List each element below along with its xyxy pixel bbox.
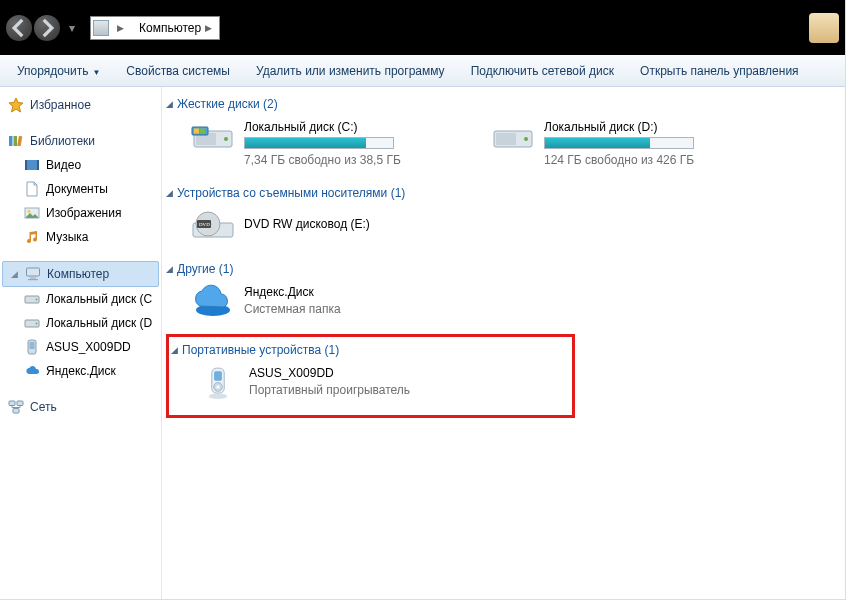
capacity-bar bbox=[244, 137, 394, 149]
svg-rect-9 bbox=[30, 277, 36, 279]
capacity-bar bbox=[544, 137, 694, 149]
sidebar-label: Видео bbox=[46, 158, 81, 172]
svg-point-28 bbox=[524, 137, 528, 141]
svg-rect-36 bbox=[214, 372, 222, 381]
svg-point-14 bbox=[36, 323, 38, 325]
content-pane: ◢Жесткие диски (2) Локальный диск (C:) 7… bbox=[162, 87, 845, 599]
video-icon bbox=[24, 157, 40, 173]
address-segment-computer[interactable]: Компьютер▶ bbox=[131, 17, 219, 39]
system-properties-button[interactable]: Свойства системы bbox=[115, 59, 241, 83]
section-title: Другие (1) bbox=[177, 262, 233, 276]
svg-rect-0 bbox=[9, 136, 13, 146]
dvd-drive[interactable]: DVD DVD RW дисковод (E:) bbox=[190, 208, 450, 244]
sidebar-label: Избранное bbox=[30, 98, 91, 112]
section-removable: ◢Устройства со съемными носителями (1) D… bbox=[166, 182, 835, 248]
item-sub: Портативный проигрыватель bbox=[249, 382, 410, 398]
section-portable-highlight: ◢Портативные устройства (1) ASUS_X009DD … bbox=[166, 334, 575, 418]
svg-point-39 bbox=[209, 394, 228, 399]
sidebar-item-drive-d[interactable]: Локальный диск (D bbox=[2, 311, 159, 335]
sidebar-item-computer[interactable]: ◢ Компьютер bbox=[2, 261, 159, 287]
address-chevron-root[interactable]: ▶ bbox=[109, 17, 131, 39]
toolbar: Упорядочить▼ Свойства системы Удалить ил… bbox=[0, 55, 845, 87]
drive-d[interactable]: Локальный диск (D:) 124 ГБ свободно из 4… bbox=[490, 119, 750, 168]
drive-info: 124 ГБ свободно из 426 ГБ bbox=[544, 152, 694, 168]
drive-c[interactable]: Локальный диск (C:) 7,34 ГБ свободно из … bbox=[190, 119, 450, 168]
item-name: ASUS_X009DD bbox=[249, 365, 410, 381]
section-title: Жесткие диски (2) bbox=[177, 97, 278, 111]
yandex-disk-icon bbox=[190, 284, 236, 320]
svg-rect-27 bbox=[496, 133, 516, 145]
item-sub: Системная папка bbox=[244, 301, 341, 317]
taskbar-user-icon bbox=[809, 13, 839, 43]
section-header[interactable]: ◢Устройства со съемными носителями (1) bbox=[166, 182, 835, 204]
sidebar-item-favorites[interactable]: Избранное bbox=[2, 93, 159, 117]
svg-rect-18 bbox=[17, 401, 23, 406]
navigation-pane: Избранное Библиотеки Видео Документы Изо… bbox=[0, 87, 162, 599]
svg-point-22 bbox=[224, 137, 228, 141]
sidebar-item-drive-c[interactable]: Локальный диск (C bbox=[2, 287, 159, 311]
organize-menu[interactable]: Упорядочить▼ bbox=[6, 59, 111, 83]
sidebar-label: Документы bbox=[46, 182, 108, 196]
svg-rect-25 bbox=[200, 129, 205, 134]
svg-rect-17 bbox=[9, 401, 15, 406]
music-icon bbox=[24, 229, 40, 245]
sidebar-label: Локальный диск (D bbox=[46, 316, 152, 330]
sidebar-item-music[interactable]: Музыка bbox=[2, 225, 159, 249]
sidebar-label: Локальный диск (C bbox=[46, 292, 152, 306]
documents-icon bbox=[24, 181, 40, 197]
history-dropdown[interactable]: ▾ bbox=[62, 18, 82, 38]
map-drive-button[interactable]: Подключить сетевой диск bbox=[460, 59, 625, 83]
uninstall-program-button[interactable]: Удалить или изменить программу bbox=[245, 59, 456, 83]
address-bar[interactable]: ▶ Компьютер▶ bbox=[90, 16, 220, 40]
titlebar: ▾ ▶ Компьютер▶ bbox=[0, 0, 845, 55]
computer-address-icon bbox=[93, 20, 109, 36]
yandex-disk[interactable]: Яндекс.Диск Системная папка bbox=[190, 284, 450, 320]
sidebar-item-video[interactable]: Видео bbox=[2, 153, 159, 177]
sidebar-item-asus[interactable]: ASUS_X009DD bbox=[2, 335, 159, 359]
svg-point-12 bbox=[36, 299, 38, 301]
sidebar-item-yadisk[interactable]: Яндекс.Диск bbox=[2, 359, 159, 383]
drive-name: DVD RW дисковод (E:) bbox=[244, 208, 370, 232]
libraries-icon bbox=[8, 133, 24, 149]
sidebar-item-documents[interactable]: Документы bbox=[2, 177, 159, 201]
sidebar-label: Сеть bbox=[30, 400, 57, 414]
drive-info: 7,34 ГБ свободно из 38,5 ГБ bbox=[244, 152, 401, 168]
section-header[interactable]: ◢Портативные устройства (1) bbox=[171, 339, 566, 361]
svg-rect-5 bbox=[37, 160, 39, 170]
portable-device-icon bbox=[195, 365, 241, 401]
section-title: Портативные устройства (1) bbox=[182, 343, 339, 357]
svg-rect-19 bbox=[13, 409, 19, 414]
sidebar-label: Компьютер bbox=[47, 267, 109, 281]
item-name: Яндекс.Диск bbox=[244, 284, 341, 300]
section-header[interactable]: ◢Жесткие диски (2) bbox=[166, 93, 835, 115]
hard-drive-icon bbox=[190, 119, 236, 155]
svg-text:DVD: DVD bbox=[199, 222, 210, 227]
sidebar-item-images[interactable]: Изображения bbox=[2, 201, 159, 225]
drive-name: Локальный диск (C:) bbox=[244, 119, 401, 135]
svg-point-7 bbox=[28, 210, 31, 213]
section-hard-drives: ◢Жесткие диски (2) Локальный диск (C:) 7… bbox=[166, 93, 835, 172]
sidebar-label: Музыка bbox=[46, 230, 88, 244]
computer-icon bbox=[25, 266, 41, 282]
drive-icon bbox=[24, 291, 40, 307]
hard-drive-icon bbox=[490, 119, 536, 155]
forward-button[interactable] bbox=[34, 15, 60, 41]
portable-device[interactable]: ASUS_X009DD Портативный проигрыватель bbox=[195, 365, 455, 401]
back-button[interactable] bbox=[6, 15, 32, 41]
section-header[interactable]: ◢Другие (1) bbox=[166, 258, 835, 280]
drive-icon bbox=[24, 315, 40, 331]
section-other: ◢Другие (1) Яндекс.Диск Системная папка bbox=[166, 258, 835, 324]
sidebar-item-libraries[interactable]: Библиотеки bbox=[2, 129, 159, 153]
sidebar-label: Яндекс.Диск bbox=[46, 364, 116, 378]
cloud-icon bbox=[24, 363, 40, 379]
sidebar-label: Библиотеки bbox=[30, 134, 95, 148]
svg-rect-1 bbox=[14, 136, 18, 146]
sidebar-item-network[interactable]: Сеть bbox=[2, 395, 159, 419]
address-label: Компьютер bbox=[139, 21, 201, 35]
sidebar-label: Изображения bbox=[46, 206, 121, 220]
images-icon bbox=[24, 205, 40, 221]
device-icon bbox=[24, 339, 40, 355]
svg-point-38 bbox=[216, 386, 219, 389]
open-control-panel-button[interactable]: Открыть панель управления bbox=[629, 59, 810, 83]
network-icon bbox=[8, 399, 24, 415]
